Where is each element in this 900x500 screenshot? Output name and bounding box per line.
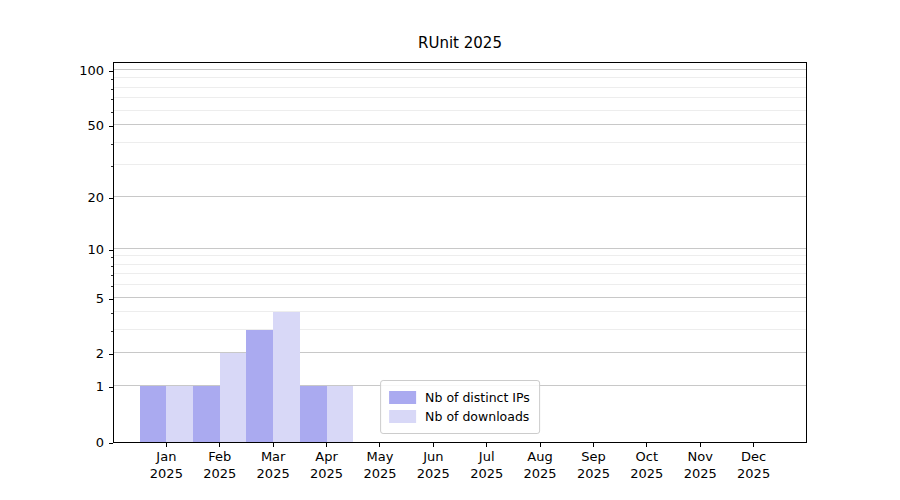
x-axis-label-month: Dec (711, 449, 797, 466)
y-axis-minor-tick (111, 99, 113, 100)
major-gridline (114, 297, 806, 298)
legend: Nb of distinct IPs Nb of downloads (380, 380, 540, 434)
y-axis-minor-tick (111, 331, 113, 332)
y-axis-label: 20 (30, 190, 104, 206)
minor-gridline (114, 164, 806, 165)
minor-gridline (114, 110, 806, 111)
minor-gridline (114, 77, 806, 78)
y-axis-label: 5 (30, 291, 104, 307)
y-axis-minor-tick (111, 79, 113, 80)
y-axis-tick (109, 354, 113, 355)
x-axis-tick (753, 443, 754, 447)
bar-apr-distinct-ips (300, 386, 327, 442)
y-axis-label: 10 (30, 242, 104, 258)
y-axis-label: 50 (30, 118, 104, 134)
legend-item-distinct-ips: Nb of distinct IPs (389, 389, 530, 406)
y-axis-tick (109, 250, 113, 251)
x-axis-tick (433, 443, 434, 447)
y-axis-minor-tick (111, 275, 113, 276)
x-axis-tick (273, 443, 274, 447)
y-axis-tick (109, 443, 113, 444)
legend-label-distinct-ips: Nb of distinct IPs (425, 390, 530, 405)
minor-gridline (114, 87, 806, 88)
y-axis-minor-tick (111, 144, 113, 145)
y-axis-label: 100 (30, 63, 104, 79)
major-gridline (114, 352, 806, 353)
minor-gridline (114, 142, 806, 143)
major-gridline (114, 124, 806, 125)
y-axis-minor-tick (111, 166, 113, 167)
major-gridline (114, 69, 806, 70)
legend-swatch-distinct-ips-icon (389, 391, 416, 404)
y-axis-label: 1 (30, 379, 104, 395)
y-axis-tick (109, 299, 113, 300)
y-axis-tick (109, 126, 113, 127)
minor-gridline (114, 329, 806, 330)
minor-gridline (114, 273, 806, 274)
y-axis-tick (109, 387, 113, 388)
minor-gridline (114, 264, 806, 265)
bar-mar-downloads (273, 312, 300, 442)
minor-gridline (114, 284, 806, 285)
y-axis-label: 2 (30, 346, 104, 362)
y-axis-tick (109, 198, 113, 199)
x-axis-tick (486, 443, 487, 447)
figure: RUnit 2025 Nb of distinct IPs Nb of down… (0, 0, 900, 500)
y-axis-minor-tick (111, 286, 113, 287)
bar-jan-downloads (166, 386, 193, 442)
major-gridline (114, 196, 806, 197)
bar-mar-distinct-ips (246, 330, 273, 442)
x-axis-label: Dec2025 (711, 449, 797, 482)
y-axis-minor-tick (111, 266, 113, 267)
x-axis-tick (219, 443, 220, 447)
legend-label-downloads: Nb of downloads (425, 409, 529, 424)
bar-feb-downloads (220, 353, 247, 442)
x-axis-tick (700, 443, 701, 447)
chart-title: RUnit 2025 (113, 34, 807, 52)
x-axis-tick (326, 443, 327, 447)
y-axis-minor-tick (111, 112, 113, 113)
x-axis-tick (646, 443, 647, 447)
plot-area: Nb of distinct IPs Nb of downloads (113, 62, 807, 443)
x-axis-label-year: 2025 (711, 466, 797, 483)
x-axis-tick (166, 443, 167, 447)
bar-jan-distinct-ips (140, 386, 167, 442)
y-axis-minor-tick (111, 313, 113, 314)
bar-apr-downloads (327, 386, 354, 442)
y-axis-tick (109, 71, 113, 72)
minor-gridline (114, 255, 806, 256)
minor-gridline (114, 311, 806, 312)
major-gridline (114, 248, 806, 249)
y-axis-label: 0 (30, 435, 104, 451)
x-axis-tick (593, 443, 594, 447)
legend-swatch-downloads-icon (389, 410, 416, 423)
x-axis-tick (379, 443, 380, 447)
legend-item-downloads: Nb of downloads (389, 408, 530, 425)
y-axis-minor-tick (111, 257, 113, 258)
x-axis-tick (540, 443, 541, 447)
minor-gridline (114, 97, 806, 98)
y-axis-minor-tick (111, 89, 113, 90)
bar-feb-distinct-ips (193, 386, 220, 442)
